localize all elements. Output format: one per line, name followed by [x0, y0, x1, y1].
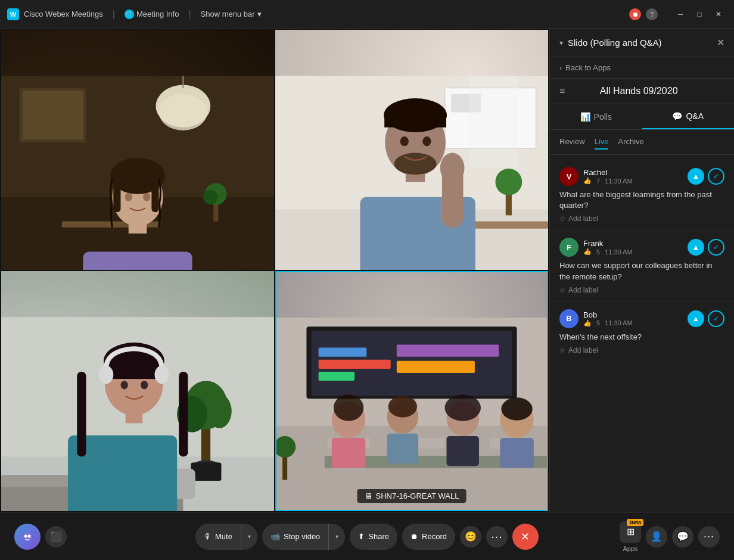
subtab-live[interactable]: Live: [595, 135, 609, 150]
svg-point-26: [495, 169, 522, 195]
monitor-icon: 🖥: [365, 491, 372, 500]
chat-button[interactable]: 💬: [672, 526, 693, 547]
more-right-button[interactable]: ···: [698, 526, 720, 547]
svg-rect-86: [447, 436, 479, 466]
help-button[interactable]: ?: [646, 8, 658, 20]
star-icon-2: ☆: [559, 286, 566, 294]
minimize-button[interactable]: ─: [672, 6, 689, 23]
video-grid: 🖥 SHN7-16-GREAT WALL: [0, 29, 549, 512]
video-feed-4: [276, 272, 547, 510]
video-cell-3: [1, 271, 274, 511]
svg-rect-31: [445, 155, 454, 173]
end-call-icon: ✕: [521, 530, 530, 543]
show-menu-button[interactable]: Show menu bar ▾: [201, 10, 262, 18]
video-cell-1: [1, 30, 274, 270]
video-feed-3: [1, 271, 274, 511]
subtab-review[interactable]: Review: [559, 135, 585, 150]
polls-tab-label: Polls: [594, 112, 612, 122]
tab-polls[interactable]: 📊 Polls: [550, 104, 642, 129]
slido-close-button[interactable]: ✕: [717, 37, 724, 48]
svg-point-88: [501, 397, 532, 420]
hamburger-icon[interactable]: ≡: [559, 86, 565, 97]
apps-label: Apps: [623, 545, 637, 552]
close-button[interactable]: ✕: [710, 6, 727, 23]
time-frank: 11:30 AM: [605, 248, 632, 256]
slido-title: ▾ Slido (Polling and Q&A): [559, 38, 662, 48]
title-divider-2: |: [188, 9, 191, 20]
mute-chevron[interactable]: ▾: [241, 524, 257, 550]
video-cell-2: [275, 30, 548, 270]
back-to-apps-button[interactable]: ‹ Back to Apps: [550, 57, 734, 79]
thumbs-up-icon-1: 👍: [583, 177, 592, 185]
ai-assistant-button[interactable]: [14, 524, 41, 550]
slido-title-text: Slido (Polling and Q&A): [568, 38, 662, 48]
approve-frank[interactable]: ✓: [708, 239, 724, 256]
video-chevron[interactable]: ▾: [328, 524, 345, 550]
shield-icon: 🛡: [125, 10, 134, 19]
svg-point-38: [422, 136, 431, 146]
maximize-button[interactable]: □: [691, 6, 708, 23]
svg-rect-80: [332, 438, 365, 468]
approve-rachel[interactable]: ✓: [708, 168, 724, 185]
recording-indicator: ⏺: [629, 8, 641, 20]
add-label-frank[interactable]: ☆ Add label: [559, 286, 724, 294]
more-options-button[interactable]: ···: [486, 526, 508, 547]
room-name-text: SHN7-16-GREAT WALL: [376, 491, 459, 500]
qa-item-rachel: V Rachel 👍 7 11:30 AM ▲ ✓: [550, 160, 734, 231]
qa-subtabs: Review Live Archive: [550, 130, 734, 155]
svg-point-82: [388, 396, 417, 417]
svg-rect-52: [179, 372, 188, 456]
time-bob: 11:30 AM: [605, 319, 632, 326]
avatar-bob: B: [559, 309, 579, 328]
svg-point-59: [121, 381, 128, 389]
svg-rect-51: [77, 372, 86, 456]
reactions-button[interactable]: 😊: [460, 526, 481, 547]
share-button[interactable]: ⬆ Share: [350, 524, 397, 550]
svg-point-44: [207, 394, 232, 428]
title-bar: W Cisco Webex Meetings | 🛡 Meeting Info …: [0, 0, 734, 29]
end-call-button[interactable]: ✕: [512, 524, 539, 550]
apps-button[interactable]: ⊞ Beta Apps: [620, 521, 641, 552]
mute-button[interactable]: 🎙 Mute: [195, 524, 241, 550]
approve-bob[interactable]: ✓: [708, 310, 724, 327]
slido-meeting-header: ≡ All Hands 09/2020: [550, 79, 734, 104]
svg-rect-66: [319, 360, 391, 369]
qa-list: V Rachel 👍 7 11:30 AM ▲ ✓: [550, 155, 734, 512]
stop-video-button-group: 📹 Stop video ▾: [262, 524, 345, 550]
add-label-text-rachel: Add label: [568, 214, 598, 223]
participants-button[interactable]: 👤: [646, 526, 667, 547]
qa-item-bob: B Bob 👍 5 11:30 AM ▲ ✓: [550, 302, 734, 362]
qa-actions-bob: ▲ ✓: [688, 310, 724, 327]
svg-rect-16: [113, 176, 120, 212]
add-label-rachel[interactable]: ☆ Add label: [559, 214, 724, 223]
tab-qa[interactable]: 💬 Q&A: [642, 104, 735, 129]
add-label-bob[interactable]: ☆ Add label: [559, 346, 724, 354]
more-right-icon: ···: [704, 530, 714, 543]
video-icon: 📹: [270, 532, 280, 541]
qa-name-frank: Frank: [583, 239, 683, 248]
svg-point-19: [143, 193, 150, 201]
upvote-bob[interactable]: ▲: [688, 310, 704, 327]
stop-video-button[interactable]: 📹 Stop video: [262, 524, 328, 550]
thumbs-up-icon-2: 👍: [583, 248, 592, 256]
toolbar-center: 🎙 Mute ▾ 📹 Stop video ▾ ⬆ Share ⏺ Record…: [195, 524, 539, 550]
time-rachel: 11:30 AM: [605, 178, 632, 185]
upvote-frank[interactable]: ▲: [688, 239, 704, 256]
slido-meeting-name: All Hands 09/2020: [600, 86, 678, 97]
caption-button[interactable]: ⬛: [45, 526, 67, 547]
subtab-archive[interactable]: Archive: [618, 135, 643, 150]
star-icon-1: ☆: [559, 214, 566, 223]
svg-point-79: [334, 394, 363, 421]
webex-logo-icon: W: [7, 8, 19, 20]
chat-icon: 💬: [677, 531, 689, 542]
record-button[interactable]: ⏺ Record: [402, 524, 455, 550]
likes-count-frank: 5: [596, 248, 600, 256]
meeting-info-button[interactable]: 🛡 Meeting Info: [125, 10, 179, 19]
title-divider-1: |: [113, 9, 115, 20]
toolbar: ⬛ 🎙 Mute ▾ 📹 Stop video ▾ ⬆ Share: [0, 512, 734, 560]
live-label: Live: [595, 137, 609, 146]
svg-point-94: [28, 534, 31, 537]
video-feed-2: [275, 30, 548, 270]
upvote-rachel[interactable]: ▲: [688, 168, 704, 185]
stop-video-label: Stop video: [284, 532, 320, 541]
